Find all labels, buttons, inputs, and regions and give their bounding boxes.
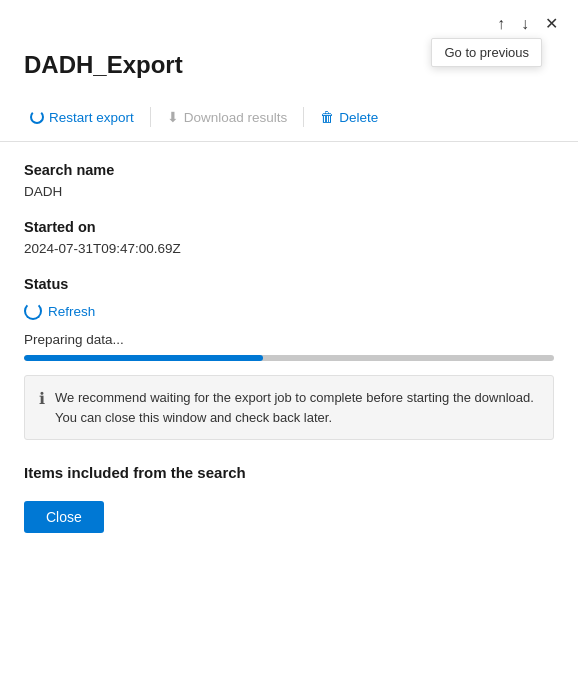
refresh-label: Refresh bbox=[48, 304, 95, 319]
status-section: Status Refresh Preparing data... ℹ We re… bbox=[24, 276, 554, 440]
download-results-button[interactable]: ⬇ Download results bbox=[153, 103, 302, 131]
items-included-section: Items included from the search bbox=[24, 464, 554, 481]
search-name-label: Search name bbox=[24, 162, 554, 178]
close-icon: ✕ bbox=[545, 14, 558, 33]
info-text: We recommend waiting for the export job … bbox=[55, 388, 539, 427]
down-arrow-icon: ↓ bbox=[521, 15, 529, 33]
delete-icon: 🗑 bbox=[320, 109, 334, 125]
tooltip-go-to-previous: Go to previous bbox=[431, 38, 542, 67]
delete-button[interactable]: 🗑 Delete bbox=[306, 103, 392, 131]
restart-export-button[interactable]: Restart export bbox=[16, 104, 148, 131]
download-icon: ⬇ bbox=[167, 109, 179, 125]
navigate-up-button[interactable]: ↑ bbox=[491, 11, 511, 37]
refresh-icon bbox=[24, 302, 42, 320]
export-panel: ↑ ↓ ✕ Go to previous DADH_Export Restart… bbox=[0, 0, 578, 676]
close-button[interactable]: Close bbox=[24, 501, 104, 533]
refresh-button[interactable]: Refresh bbox=[24, 298, 95, 324]
toolbar-separator bbox=[150, 107, 151, 127]
toolbar: Restart export ⬇ Download results 🗑 Dele… bbox=[0, 93, 578, 142]
up-arrow-icon: ↑ bbox=[497, 15, 505, 33]
search-name-section: Search name DADH bbox=[24, 162, 554, 199]
top-navigation: ↑ ↓ ✕ Go to previous bbox=[0, 0, 578, 41]
info-icon: ℹ bbox=[39, 389, 45, 408]
content-area: Search name DADH Started on 2024-07-31T0… bbox=[0, 142, 578, 553]
progress-bar-fill bbox=[24, 355, 263, 361]
restart-icon bbox=[30, 110, 44, 124]
search-name-value: DADH bbox=[24, 184, 554, 199]
download-results-label: Download results bbox=[184, 110, 288, 125]
items-included-label: Items included from the search bbox=[24, 464, 554, 481]
progress-bar-background bbox=[24, 355, 554, 361]
started-on-label: Started on bbox=[24, 219, 554, 235]
started-on-section: Started on 2024-07-31T09:47:00.69Z bbox=[24, 219, 554, 256]
close-panel-button[interactable]: ✕ bbox=[539, 10, 564, 37]
preparing-text: Preparing data... bbox=[24, 332, 554, 347]
navigate-down-button[interactable]: ↓ bbox=[515, 11, 535, 37]
toolbar-separator-2 bbox=[303, 107, 304, 127]
started-on-value: 2024-07-31T09:47:00.69Z bbox=[24, 241, 554, 256]
info-box: ℹ We recommend waiting for the export jo… bbox=[24, 375, 554, 440]
status-label: Status bbox=[24, 276, 554, 292]
delete-label: Delete bbox=[339, 110, 378, 125]
restart-export-label: Restart export bbox=[49, 110, 134, 125]
